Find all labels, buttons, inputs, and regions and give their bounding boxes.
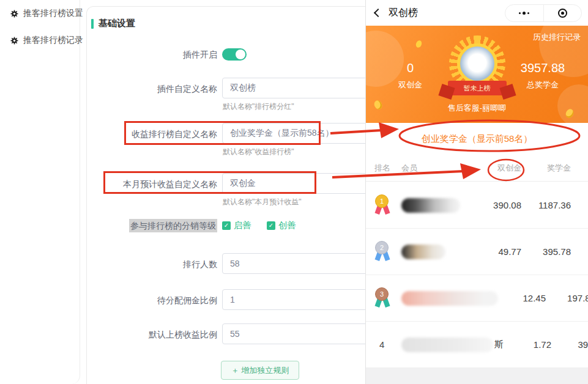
section-title: 基础设置 (99, 18, 135, 29)
sidebar-item-label: 推客排行榜记录 (23, 35, 83, 46)
mobile-navbar: 双创榜 (366, 0, 588, 26)
add-rule-button[interactable]: ＋ 增加独立规则 (221, 361, 299, 380)
commission-ratio-input[interactable] (222, 289, 376, 310)
member-name-redacted (401, 291, 498, 306)
user-avatar-group: 暂未上榜 (448, 35, 507, 92)
scholarship-value: 1187.36 (521, 200, 571, 210)
mobile-footer-strip (366, 368, 588, 384)
monthly-income-name-hint: 默认名称"本月预计收益" (223, 197, 302, 207)
history-ranking-link[interactable]: 历史排行记录 (533, 32, 581, 43)
ranking-name-input[interactable] (222, 123, 376, 144)
table-row[interactable]: 3 12.45 197.89 (366, 275, 588, 322)
medal-rank-number: 3 (375, 287, 389, 301)
plugin-name-label: 插件自定义名称 (92, 84, 217, 95)
default-income-ratio-input[interactable] (222, 323, 376, 344)
target-icon (558, 9, 567, 18)
plugin-name-hint: 默认名称"排行榜分红" (223, 102, 294, 112)
rank-number: 4 (374, 339, 401, 350)
monthly-income-name-label: 本月预计收益自定义名称 (92, 179, 217, 190)
bronze-medal-icon: 3 (375, 287, 390, 309)
member-name-redacted: 斯 (401, 338, 504, 352)
ranking-banner: 历史排行记录 0 双创金 3957.88 总奖学金 暂未上榜 售后客服-丽唧唧 (366, 26, 588, 123)
more-menu-icon[interactable] (505, 5, 543, 21)
medal-rank-number: 2 (375, 241, 389, 254)
checkbox-label: 创善 (278, 220, 296, 231)
gear-icon (10, 37, 18, 45)
ellipsis-icon (519, 12, 529, 15)
checkbox-label: 启善 (234, 220, 251, 231)
rank-count-input[interactable] (222, 253, 376, 274)
ranking-name-label: 收益排行榜自定义名称 (92, 129, 217, 140)
score-value: 49.77 (474, 246, 521, 257)
total-scholarship-label: 总奖学金 (508, 79, 577, 90)
ranking-list-title: 创业奖学金（显示前58名） (366, 123, 588, 155)
score-value: 1.72 (504, 339, 551, 350)
scholarship-value: 39.57 (551, 339, 588, 350)
medal-rank-number: 1 (375, 194, 389, 208)
sidebar-item-ranking-records[interactable]: 推客排行榜记录 (0, 27, 80, 54)
my-score-value: 0 (384, 61, 436, 75)
my-score-stat: 0 双创金 (384, 61, 436, 90)
score-value: 390.08 (474, 200, 521, 210)
ranking-table-body: 1 390.08 1187.36 2 49.77 395.78 3 12.45 (366, 182, 588, 368)
monthly-income-name-input[interactable] (222, 173, 376, 194)
col-header-rank: 排名 (374, 163, 401, 174)
checkbox-level-2[interactable]: ✓ 创善 (267, 220, 296, 231)
banner-username: 售后客服-丽唧唧 (366, 103, 588, 114)
table-row[interactable]: 2 49.77 395.78 (366, 229, 588, 275)
my-score-label: 双创金 (384, 79, 436, 90)
close-target-icon[interactable] (543, 5, 582, 21)
total-scholarship-stat: 3957.88 总奖学金 (508, 61, 577, 90)
table-row[interactable]: 1 390.08 1187.36 (366, 182, 588, 229)
gear-icon (10, 10, 18, 18)
admin-sidebar: 推客排行榜设置 推客排行榜记录 (0, 0, 80, 384)
score-value: 12.45 (498, 293, 546, 303)
member-name-suffix: 斯 (494, 339, 504, 350)
col-header-scholarship: 奖学金 (521, 163, 571, 174)
default-income-ratio-label: 默认上榜收益比例 (92, 330, 217, 341)
rank-count-label: 排行人数 (92, 259, 217, 270)
sidebar-item-label: 推客排行榜设置 (23, 8, 83, 19)
checkbox-checked-icon: ✓ (267, 221, 275, 230)
silver-medal-icon: 2 (375, 241, 390, 263)
levels-label: 参与排行榜的分销等级 (92, 221, 217, 232)
avatar (457, 43, 497, 84)
toggle-knob (236, 50, 245, 59)
page: 推客排行榜设置 推客排行榜记录 基础设置 插件开启 插件自定义名称 默认名 (0, 0, 588, 384)
checkbox-checked-icon: ✓ (222, 221, 231, 230)
table-row[interactable]: 4 斯 1.72 39.57 (366, 322, 588, 368)
mobile-page-title: 双创榜 (389, 7, 418, 20)
gold-medal-icon: 1 (375, 194, 390, 216)
back-icon[interactable] (374, 9, 382, 17)
not-ranked-badge: 暂未上榜 (448, 81, 507, 95)
wechat-capsule (505, 4, 582, 22)
ranking-name-hint: 默认名称"收益排行榜" (223, 147, 294, 157)
plugin-enabled-label: 插件开启 (92, 50, 217, 61)
levels-label-text: 参与排行榜的分销等级 (129, 219, 217, 232)
mobile-preview-panel: 双创榜 历史排行记录 0 双创金 3957. (365, 0, 588, 384)
total-scholarship-value: 3957.88 (508, 61, 577, 75)
member-name-redacted (401, 198, 474, 213)
not-ranked-badge-text: 暂未上榜 (464, 84, 491, 93)
checkbox-level-1[interactable]: ✓ 启善 (222, 220, 251, 231)
section-header: 基础设置 (91, 18, 135, 29)
member-name-redacted (401, 245, 474, 259)
section-accent-bar (91, 19, 94, 29)
scholarship-value: 197.89 (546, 293, 588, 303)
col-header-member: 会员 (401, 163, 474, 174)
sidebar-item-ranking-settings[interactable]: 推客排行榜设置 (0, 0, 80, 27)
plugin-name-input[interactable] (222, 78, 376, 98)
ranking-table-header: 排名 会员 双创金 奖学金 (366, 155, 588, 182)
scholarship-value: 395.78 (521, 246, 571, 257)
col-header-score: 双创金 (474, 163, 521, 174)
coin-icon (415, 40, 423, 48)
commission-ratio-label: 待分配佣金比例 (92, 295, 217, 306)
levels-checkbox-group: ✓ 启善 ✓ 创善 (222, 220, 296, 231)
plugin-enabled-toggle[interactable] (222, 48, 247, 61)
